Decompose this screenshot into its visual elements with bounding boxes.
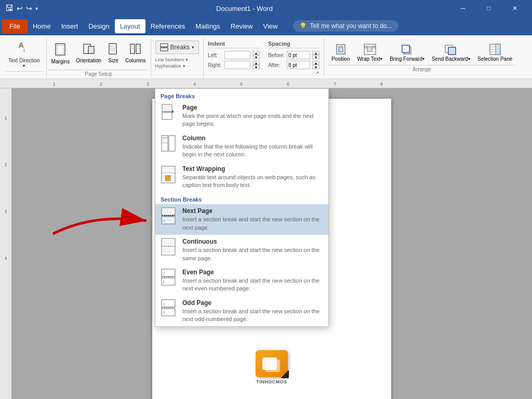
- save-icon[interactable]: 🖫: [5, 4, 14, 13]
- logo-text: TINHOCMOS: [256, 379, 287, 384]
- dropdown-item-odd-page[interactable]: 1 3 Odd Page Insert a section break and …: [155, 296, 328, 327]
- svg-rect-73: [165, 176, 170, 181]
- text-direction-button[interactable]: A ↕ Text Direction ▾: [5, 38, 43, 70]
- orientation-button[interactable]: Orientation: [73, 41, 104, 66]
- menu-item-home[interactable]: Home: [28, 19, 56, 33]
- breaks-button[interactable]: Breaks ▾: [155, 41, 199, 54]
- page-setup-section-label: Page Setup: [49, 70, 149, 77]
- bring-forward-button[interactable]: Bring Forward ▾: [387, 41, 428, 64]
- maximize-button[interactable]: □: [477, 0, 501, 17]
- svg-rect-22: [339, 47, 343, 52]
- page-item-desc: Mark the point at which one page ends an…: [182, 112, 323, 128]
- ribbon: A ↕ Text Direction ▾: [0, 35, 532, 79]
- selection-pane-icon: [489, 43, 501, 56]
- indent-left-up[interactable]: ▲: [252, 51, 260, 55]
- spacing-after-input[interactable]: [287, 61, 310, 69]
- menu-item-insert[interactable]: Insert: [56, 19, 84, 33]
- continuous-item-title: Continuous: [182, 238, 323, 245]
- text-wrapping-item-title: Text Wrapping: [182, 165, 323, 172]
- svg-rect-32: [448, 47, 456, 55]
- spacing-after-down[interactable]: ▼: [312, 65, 320, 69]
- wrap-text-icon: [363, 43, 377, 56]
- position-button[interactable]: Position: [328, 41, 353, 64]
- margins-button[interactable]: Margins: [49, 41, 73, 66]
- spacing-after-up[interactable]: ▲: [312, 61, 320, 65]
- spacing-before-input[interactable]: [287, 51, 310, 59]
- menu-item-references[interactable]: References: [145, 19, 190, 33]
- indent-right-input[interactable]: [224, 61, 250, 69]
- send-backward-label: Send Backward ▾: [432, 56, 470, 62]
- svg-text:3: 3: [4, 209, 7, 214]
- spacing-before-up[interactable]: ▲: [312, 51, 320, 55]
- svg-rect-57: [162, 112, 172, 119]
- dropdown-item-continuous[interactable]: Continuous Insert a section break and st…: [155, 235, 328, 265]
- odd-page-icon: 1 3: [161, 299, 177, 318]
- menu-item-layout[interactable]: Layout: [115, 19, 145, 33]
- page-breaks-header: Page Breaks: [155, 89, 328, 101]
- menu-item-view[interactable]: View: [258, 19, 283, 33]
- odd-page-item-title: Odd Page: [182, 299, 323, 307]
- svg-text:2: 2: [4, 162, 7, 167]
- next-page-item-desc: Insert a section break and start the new…: [182, 216, 323, 232]
- size-label: Size: [108, 58, 118, 63]
- send-backward-icon: [444, 43, 458, 56]
- send-backward-button[interactable]: Send Backward ▾: [429, 41, 473, 64]
- dropdown-item-next-page[interactable]: N Next Page Insert a section break and s…: [155, 204, 328, 235]
- red-arrow: [43, 203, 157, 246]
- menu-item-design[interactable]: Design: [83, 19, 114, 33]
- indent-right-up[interactable]: ▲: [252, 61, 260, 65]
- selection-pane-button[interactable]: Selection Pane: [474, 41, 515, 64]
- menu-item-file[interactable]: File: [2, 19, 28, 33]
- dropdown-item-even-page[interactable]: 2 4 Even Page Insert a section break and…: [155, 265, 328, 296]
- svg-rect-12: [130, 44, 135, 54]
- title-bar: 🖫 ↩ ↪ ▾ Document1 - Word ─ □ ✕: [0, 0, 532, 17]
- menu-item-review[interactable]: Review: [225, 19, 258, 33]
- tell-me-box[interactable]: 💡 Tell me what you want to do...: [293, 20, 398, 32]
- next-page-icon: N: [161, 207, 177, 226]
- columns-icon: [129, 43, 142, 58]
- svg-text:1: 1: [53, 82, 56, 87]
- size-button[interactable]: Size: [105, 41, 122, 66]
- line-numbers-label[interactable]: Line Numbers ▾: [155, 57, 189, 62]
- position-icon: [335, 43, 347, 56]
- undo-button[interactable]: ↩: [17, 4, 23, 12]
- column-item-title: Column: [182, 135, 323, 142]
- svg-rect-54: [265, 360, 280, 372]
- spacing-before-down[interactable]: ▼: [312, 55, 320, 59]
- indent-left-input[interactable]: [224, 51, 250, 59]
- dropdown-item-page[interactable]: Page Mark the point at which one page en…: [155, 101, 328, 131]
- svg-text:3: 3: [147, 82, 149, 87]
- columns-button[interactable]: Columns: [123, 41, 148, 66]
- orientation-icon: [82, 43, 96, 58]
- svg-rect-7: [88, 46, 94, 54]
- svg-rect-13: [136, 44, 140, 54]
- dropdown-item-text-wrapping[interactable]: Text Wrapping Separate text around objec…: [155, 162, 328, 193]
- svg-text:7: 7: [334, 82, 336, 87]
- svg-rect-8: [109, 44, 116, 54]
- margins-label: Margins: [51, 59, 70, 64]
- svg-text:↕: ↕: [23, 47, 25, 53]
- indent-label: Indent: [208, 41, 260, 48]
- title-bar-left: 🖫 ↩ ↪ ▾: [5, 4, 38, 13]
- wrap-text-button[interactable]: Wrap Text ▾: [354, 41, 385, 64]
- indent-right-down[interactable]: ▼: [252, 65, 260, 69]
- menu-item-mailings[interactable]: Mailings: [190, 19, 225, 33]
- redo-button[interactable]: ↪: [26, 4, 32, 12]
- section-breaks-header: Section Breaks: [155, 192, 328, 204]
- minimize-button[interactable]: ─: [451, 0, 475, 17]
- arrange-label: Arrange: [328, 65, 515, 72]
- svg-rect-63: [169, 136, 175, 151]
- dropdown-item-column[interactable]: Column Indicate that the text following …: [155, 131, 328, 162]
- svg-text:2: 2: [100, 82, 102, 87]
- ruler-vertical: 1 2 3 4: [0, 88, 11, 399]
- hyphenation-label[interactable]: Hyphenation ▾: [155, 63, 185, 69]
- paragraph-launcher[interactable]: ↗: [208, 70, 320, 75]
- close-button[interactable]: ✕: [503, 0, 527, 17]
- text-direction-label: Text Direction: [8, 58, 40, 63]
- page-break-icon: [161, 104, 177, 123]
- customize-qat[interactable]: ▾: [35, 6, 38, 11]
- svg-rect-18: [161, 44, 168, 47]
- indent-left-down[interactable]: ▼: [252, 55, 260, 59]
- page-setup-label: [5, 71, 43, 73]
- svg-marker-61: [172, 110, 174, 113]
